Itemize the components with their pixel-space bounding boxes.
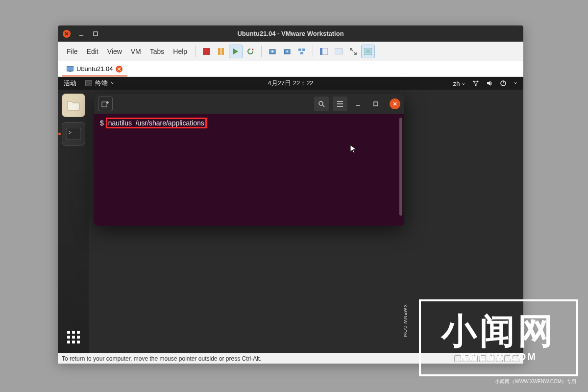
datetime-label[interactable]: 4月27日 22：22 <box>268 79 313 88</box>
search-icon <box>318 100 325 107</box>
status-message: To return to your computer, move the mou… <box>62 355 262 362</box>
unity-icon[interactable] <box>361 45 375 58</box>
menu-vm[interactable]: VM <box>127 46 145 57</box>
svg-rect-1 <box>203 48 210 55</box>
terminal-body[interactable]: $ nautilus /usr/share/applications <box>94 114 404 226</box>
restart-icon[interactable] <box>244 45 257 58</box>
svg-point-27 <box>319 101 323 105</box>
window-maximize-button[interactable] <box>92 30 99 37</box>
watermark-side: XWENW.COM <box>403 304 408 338</box>
svg-rect-3 <box>221 48 224 55</box>
gnome-topbar: 活动 终端 4月27日 22：22 zh <box>58 77 523 90</box>
svg-text:>_: >_ <box>69 130 74 135</box>
hamburger-icon <box>337 101 343 107</box>
play-icon[interactable] <box>229 45 243 58</box>
vmware-menubar: File Edit View VM Tabs Help <box>58 42 523 61</box>
terminal-close-button[interactable] <box>390 98 400 109</box>
vm-icon <box>67 66 74 72</box>
app-menu-label: 终端 <box>95 79 108 88</box>
volume-icon[interactable] <box>486 80 493 87</box>
power-icon[interactable] <box>500 80 507 87</box>
snapshot-icon[interactable] <box>266 45 279 58</box>
show-applications-button[interactable] <box>65 328 82 346</box>
vm-tab[interactable]: Ubuntu21.04 <box>62 62 127 76</box>
terminal-icon: >_ <box>66 128 81 140</box>
new-tab-button[interactable] <box>98 97 113 111</box>
svg-rect-2 <box>218 48 220 55</box>
pause-icon[interactable] <box>214 45 228 58</box>
svg-rect-14 <box>335 49 343 54</box>
menu-tabs[interactable]: Tabs <box>146 46 169 57</box>
terminal-minimize-button[interactable] <box>351 97 365 111</box>
vm-tab-label: Ubuntu21.04 <box>76 65 113 73</box>
snapshot-manager-icon[interactable] <box>295 45 309 58</box>
dock-item-files[interactable] <box>62 94 85 117</box>
vmware-titlebar: Ubuntu21.04 - VMware Workstation <box>58 25 523 42</box>
app-menu[interactable]: 终端 <box>85 79 115 88</box>
command-text: nautilus /usr/share/applications <box>108 119 204 127</box>
svg-point-7 <box>271 50 273 52</box>
vmware-tabs: Ubuntu21.04 <box>58 61 523 77</box>
menu-help[interactable]: Help <box>169 46 191 57</box>
chevron-down-icon <box>111 82 115 85</box>
search-button[interactable] <box>314 97 329 111</box>
power-off-icon[interactable] <box>199 45 213 58</box>
terminal-headerbar <box>94 94 404 114</box>
svg-marker-4 <box>233 49 238 54</box>
vmware-title: Ubuntu21.04 - VMware Workstation <box>237 30 343 37</box>
watermark-box: 小闻网 XWENW.COM <box>419 299 578 376</box>
svg-rect-28 <box>374 102 378 106</box>
activities-button[interactable]: 活动 <box>64 79 76 88</box>
folder-icon <box>67 99 80 111</box>
svg-rect-19 <box>85 80 92 86</box>
svg-rect-18 <box>69 71 72 72</box>
menu-edit[interactable]: Edit <box>83 46 102 57</box>
prompt-symbol: $ <box>100 119 104 127</box>
watermark-small: 小闻网（WWW.XWENW.COM）专用 <box>495 378 576 385</box>
svg-marker-5 <box>252 49 254 50</box>
terminal-window: $ nautilus /usr/share/applications <box>94 94 404 226</box>
terminal-app-icon <box>85 80 92 86</box>
chevron-down-icon <box>462 83 466 86</box>
gnome-dock: >_ <box>58 90 89 353</box>
hamburger-menu-button[interactable] <box>333 97 347 111</box>
watermark-cn: 小闻网 <box>441 313 556 348</box>
svg-rect-11 <box>300 52 303 54</box>
terminal-scrollbar[interactable] <box>399 118 402 216</box>
fullscreen-icon[interactable] <box>346 45 360 58</box>
window-close-button[interactable] <box>63 30 71 38</box>
command-highlight: nautilus /usr/share/applications <box>106 118 207 128</box>
svg-rect-16 <box>366 49 370 53</box>
watermark-en: XWENW.COM <box>460 351 537 363</box>
svg-rect-0 <box>94 32 98 36</box>
menu-view[interactable]: View <box>103 46 126 57</box>
network-icon[interactable] <box>472 80 479 87</box>
svg-rect-13 <box>320 48 322 55</box>
window-minimize-button[interactable] <box>78 30 85 37</box>
chevron-down-icon <box>514 82 517 85</box>
language-indicator[interactable]: zh <box>453 80 466 87</box>
show-console-icon[interactable] <box>317 45 331 58</box>
menu-file[interactable]: File <box>63 46 82 57</box>
svg-rect-10 <box>302 49 305 51</box>
svg-rect-9 <box>298 49 301 51</box>
vm-tab-close-button[interactable] <box>116 66 122 73</box>
svg-rect-17 <box>67 66 74 71</box>
dock-item-terminal[interactable]: >_ <box>62 122 85 146</box>
snapshot-revert-icon[interactable] <box>280 45 294 58</box>
terminal-maximize-button[interactable] <box>369 97 383 111</box>
thumbnail-icon[interactable] <box>332 45 345 58</box>
